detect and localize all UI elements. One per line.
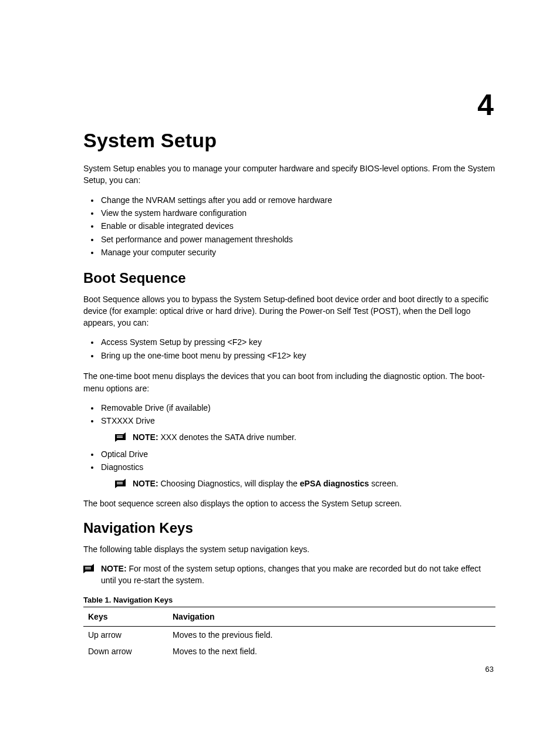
section-heading-navigation-keys: Navigation Keys [83, 520, 495, 536]
section-heading-boot-sequence: Boot Sequence [83, 270, 495, 286]
note-label: NOTE: [133, 432, 158, 442]
note-text: NOTE: For most of the system setup optio… [101, 563, 495, 587]
list-item-text: Set performance and power management thr… [101, 235, 293, 244]
intro-bullet-list: Change the NVRAM settings after you add … [83, 194, 495, 259]
note-label: NOTE: [101, 564, 127, 573]
note-body: For most of the system setup options, ch… [101, 564, 481, 585]
list-item-text: Manage your computer security [101, 248, 216, 257]
table-caption: Table 1. Navigation Keys [83, 596, 495, 604]
list-item-text: Change the NVRAM settings after you add … [101, 195, 332, 205]
boot-list-1: Access System Setup by pressing <F2> key… [83, 336, 495, 362]
document-page: 4 System Setup System Setup enables you … [0, 0, 560, 744]
list-item-text: Optical Drive [101, 449, 148, 459]
cell-keys: Up arrow [83, 627, 168, 644]
column-header-navigation: Navigation [168, 607, 495, 627]
table-row: Down arrow Moves to the next field. [83, 643, 495, 660]
list-item: Set performance and power management thr… [100, 233, 495, 246]
list-item-text: Removable Drive (if available) [101, 403, 211, 412]
note-icon [115, 479, 126, 488]
cell-navigation: Moves to the previous field. [168, 627, 495, 644]
navigation-keys-table: Keys Navigation Up arrow Moves to the pr… [83, 607, 495, 660]
chapter-number: 4 [477, 88, 494, 122]
list-item-text: Diagnostics [101, 462, 143, 472]
table-header-row: Keys Navigation [83, 607, 495, 627]
table-row: Up arrow Moves to the previous field. [83, 627, 495, 644]
boot-paragraph-2: The one-time boot menu displays the devi… [83, 370, 495, 394]
list-item: Optical Drive [100, 448, 495, 461]
intro-paragraph: System Setup enables you to manage your … [83, 163, 495, 187]
note-text: NOTE: XXX denotes the SATA drive number. [133, 431, 296, 443]
list-item: Access System Setup by pressing <F2> key [100, 336, 495, 349]
list-item: STXXXX Drive NOTE: XXX denotes the SATA … [100, 414, 495, 443]
note-body: Choosing Diagnostics, will display the [158, 479, 300, 488]
note-row: NOTE: Choosing Diagnostics, will display… [115, 478, 495, 489]
page-number: 63 [485, 665, 494, 674]
nav-paragraph-1: The following table displays the system … [83, 543, 495, 555]
list-item: Diagnostics NOTE: Choosing Diagnostics, … [100, 461, 495, 489]
note-icon [83, 564, 94, 573]
list-item-text: STXXXX Drive [101, 416, 155, 425]
cell-keys: Down arrow [83, 643, 168, 660]
note-label: NOTE: [133, 479, 158, 488]
note-row: NOTE: For most of the system setup optio… [83, 563, 495, 587]
list-item-text: View the system hardware configuration [101, 208, 247, 218]
page-title: System Setup [83, 129, 495, 152]
column-header-keys: Keys [83, 607, 168, 627]
note-body: XXX denotes the SATA drive number. [158, 432, 296, 442]
cell-navigation: Moves to the next field. [168, 643, 495, 660]
boot-list-2: Removable Drive (if available) STXXXX Dr… [83, 401, 495, 489]
note-text: NOTE: Choosing Diagnostics, will display… [133, 478, 398, 489]
list-item: Removable Drive (if available) [100, 401, 495, 414]
list-item: Enable or disable integrated devices [100, 219, 495, 232]
list-item-text: Bring up the one-time boot menu by press… [101, 351, 306, 360]
note-bold: ePSA diagnostics [300, 479, 369, 488]
list-item: Bring up the one-time boot menu by press… [100, 349, 495, 362]
list-item-text: Access System Setup by pressing <F2> key [101, 337, 262, 347]
note-row: NOTE: XXX denotes the SATA drive number. [115, 431, 495, 443]
boot-paragraph-3: The boot sequence screen also displays t… [83, 498, 495, 509]
boot-paragraph-1: Boot Sequence allows you to bypass the S… [83, 293, 495, 329]
list-item: Change the NVRAM settings after you add … [100, 194, 495, 207]
note-icon [115, 432, 126, 442]
list-item: Manage your computer security [100, 246, 495, 259]
list-item-text: Enable or disable integrated devices [101, 221, 234, 231]
note-body: screen. [369, 479, 399, 488]
list-item: View the system hardware configuration [100, 207, 495, 219]
